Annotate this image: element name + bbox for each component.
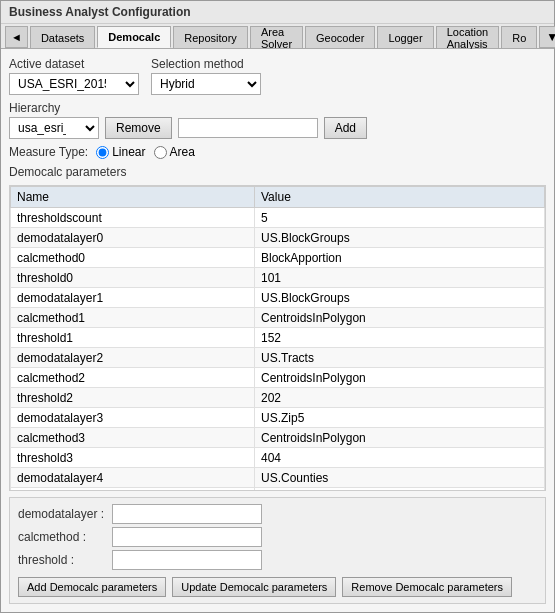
tab-datasets[interactable]: Datasets [30, 26, 95, 48]
remove-btn[interactable]: Remove [105, 117, 172, 139]
param-name: demodatalayer4 [11, 468, 255, 488]
param-name: threshold1 [11, 328, 255, 348]
bottom-form: demodatalayer : calcmethod : threshold :… [9, 497, 546, 604]
tab-logger[interactable]: Logger [377, 26, 433, 48]
table-row: calcmethod3CentroidsInPolygon [11, 428, 545, 448]
param-value: 404 [255, 448, 545, 468]
active-dataset-select[interactable]: USA_ESRI_2015 [9, 73, 139, 95]
param-value: 202 [255, 388, 545, 408]
param-name: calcmethod4 [11, 488, 255, 492]
param-name: demodatalayer1 [11, 288, 255, 308]
measure-linear-radio[interactable] [96, 146, 109, 159]
params-label: Democalc parameters [9, 165, 546, 179]
param-value: US.Zip5 [255, 408, 545, 428]
tab-bar: ◄ Datasets Democalc Repository Area Solv… [1, 24, 554, 49]
content-area: Active dataset USA_ESRI_2015 Selection m… [1, 49, 554, 612]
window-title: Business Analyst Configuration [9, 5, 191, 19]
params-table: Name Value thresholdscount5demodatalayer… [10, 186, 545, 491]
calcmethod-label: calcmethod : [18, 530, 108, 544]
param-value: US.Tracts [255, 348, 545, 368]
param-name: demodatalayer2 [11, 348, 255, 368]
hierarchy-select[interactable]: usa_esri_2015 [9, 117, 99, 139]
calcmethod-input[interactable] [112, 527, 262, 547]
tab-ro[interactable]: Ro [501, 26, 537, 48]
measure-area-radio[interactable] [154, 146, 167, 159]
selection-method-label: Selection method [151, 57, 261, 71]
table-row: calcmethod1CentroidsInPolygon [11, 308, 545, 328]
hierarchy-label: Hierarchy [9, 101, 546, 115]
param-name: demodatalayer3 [11, 408, 255, 428]
table-row: calcmethod0BlockApportion [11, 248, 545, 268]
param-name: calcmethod1 [11, 308, 255, 328]
table-row: demodatalayer4US.Counties [11, 468, 545, 488]
param-value: US.Counties [255, 468, 545, 488]
calcmethod-row: calcmethod : [18, 527, 537, 547]
param-value: US.BlockGroups [255, 228, 545, 248]
param-value: 152 [255, 328, 545, 348]
table-row: thresholdscount5 [11, 208, 545, 228]
threshold-label: threshold : [18, 553, 108, 567]
add-btn[interactable]: Add [324, 117, 367, 139]
threshold-input[interactable] [112, 550, 262, 570]
table-row: threshold3404 [11, 448, 545, 468]
tab-areasolver[interactable]: Area Solver [250, 26, 303, 48]
param-name: threshold3 [11, 448, 255, 468]
param-name: calcmethod2 [11, 368, 255, 388]
main-window: Business Analyst Configuration ◄ Dataset… [0, 0, 555, 613]
table-row: demodatalayer1US.BlockGroups [11, 288, 545, 308]
tab-geocoder[interactable]: Geocoder [305, 26, 375, 48]
measure-linear-label[interactable]: Linear [96, 145, 145, 159]
param-value: 101 [255, 268, 545, 288]
param-value: CentroidsInPolygon [255, 308, 545, 328]
param-value: BlockApportion [255, 248, 545, 268]
hierarchy-controls: usa_esri_2015 Remove Add [9, 117, 546, 139]
table-row: threshold2202 [11, 388, 545, 408]
active-dataset-group: Active dataset USA_ESRI_2015 [9, 57, 139, 95]
param-name: threshold2 [11, 388, 255, 408]
demodata-row: demodatalayer : [18, 504, 537, 524]
col-value: Value [255, 187, 545, 208]
col-name: Name [11, 187, 255, 208]
selection-method-select[interactable]: Hybrid [151, 73, 261, 95]
table-row: calcmethod2CentroidsInPolygon [11, 368, 545, 388]
update-params-btn[interactable]: Update Democalc parameters [172, 577, 336, 597]
hierarchy-group: Hierarchy usa_esri_2015 Remove Add [9, 101, 546, 139]
remove-params-btn[interactable]: Remove Democalc parameters [342, 577, 512, 597]
param-value: CentroidsInPolygon [255, 428, 545, 448]
measure-label: Measure Type: [9, 145, 88, 159]
active-dataset-label: Active dataset [9, 57, 139, 71]
param-value: 5 [255, 208, 545, 228]
params-table-wrapper: Name Value thresholdscount5demodatalayer… [9, 185, 546, 491]
bottom-buttons: Add Democalc parameters Update Democalc … [18, 577, 537, 597]
tab-repository[interactable]: Repository [173, 26, 248, 48]
param-value: CentroidsInPolygon [255, 488, 545, 492]
tab-location-analysis[interactable]: Location Analysis [436, 26, 500, 48]
table-row: demodatalayer2US.Tracts [11, 348, 545, 368]
table-row: demodatalayer0US.BlockGroups [11, 228, 545, 248]
measure-area-label[interactable]: Area [154, 145, 195, 159]
demodata-label: demodatalayer : [18, 507, 108, 521]
tab-democalc[interactable]: Democalc [97, 26, 171, 48]
param-name: demodatalayer0 [11, 228, 255, 248]
threshold-row: threshold : [18, 550, 537, 570]
tab-more-btn[interactable]: ▼ [539, 26, 555, 48]
table-row: calcmethod4CentroidsInPolygon [11, 488, 545, 492]
add-params-btn[interactable]: Add Democalc parameters [18, 577, 166, 597]
dataset-row: Active dataset USA_ESRI_2015 Selection m… [9, 57, 546, 95]
param-name: calcmethod0 [11, 248, 255, 268]
param-value: US.BlockGroups [255, 288, 545, 308]
selection-method-group: Selection method Hybrid [151, 57, 261, 95]
tab-nav-prev[interactable]: ◄ [5, 26, 28, 48]
table-row: threshold1152 [11, 328, 545, 348]
param-name: threshold0 [11, 268, 255, 288]
table-row: demodatalayer3US.Zip5 [11, 408, 545, 428]
measure-row: Measure Type: Linear Area [9, 145, 546, 159]
table-row: threshold0101 [11, 268, 545, 288]
param-value: CentroidsInPolygon [255, 368, 545, 388]
param-name: calcmethod3 [11, 428, 255, 448]
add-input[interactable] [178, 118, 318, 138]
param-name: thresholdscount [11, 208, 255, 228]
demodata-input[interactable] [112, 504, 262, 524]
title-bar: Business Analyst Configuration [1, 1, 554, 24]
